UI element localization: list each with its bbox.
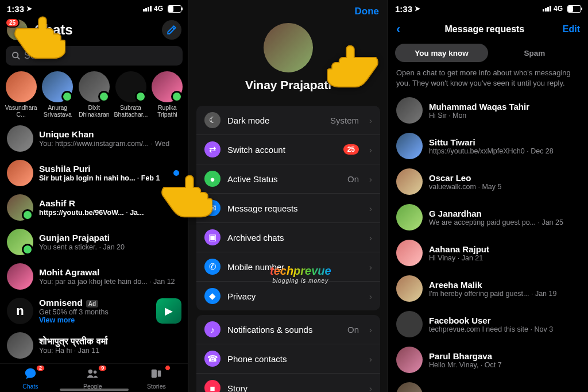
tab-bar: 2 Chats 9 People Stories [0,363,188,392]
back-button[interactable]: ‹ [396,22,407,37]
story-avatar [152,71,183,102]
online-dot [22,209,33,221]
segment-control[interactable]: You may know Spam [395,44,581,62]
profile-name: Vinay Prajapati [245,78,331,92]
tab-people[interactable]: 9 People [83,367,102,390]
online-dot [171,91,183,102]
svg-rect-3 [152,370,157,378]
request-row[interactable]: Aahana RajputHi Vinay · Jan 21 [388,235,588,271]
settings-row[interactable]: ●Active StatusOn› [196,164,380,194]
chat-avatar [7,263,33,290]
profile-avatar[interactable]: 25 [7,20,28,40]
chevron-right-icon: › [369,233,372,243]
settings-row-icon: ✆ [204,259,220,275]
request-row[interactable]: Facebook Usertechprevue.com I need this … [388,306,588,342]
chat-row[interactable]: nOmnisendAdGet 50% off 3 monthsView more… [0,294,188,328]
compose-button[interactable] [162,20,181,40]
settings-row[interactable]: ◆Privacy› [196,282,380,310]
request-row[interactable]: Parul BhargavaHello Mr. Vinay, · Oct 7 [388,342,588,378]
tab-stories[interactable]: Stories [147,367,166,390]
request-subtitle: Hi Vinay · Jan 21 [429,254,580,262]
story-item[interactable]: Rupika Tripathi [151,71,184,118]
story-avatar [79,71,110,102]
settings-label: Notifications & sounds [227,325,312,335]
ad-thumb[interactable]: ▶ [156,298,181,324]
story-item[interactable]: Vasundhara C... [5,71,38,118]
people-icon: 9 [85,367,100,382]
ad-viewmore[interactable]: View more [39,316,75,324]
request-name: G Janardhan [429,209,580,218]
chevron-right-icon: › [369,291,372,301]
request-avatar [396,382,423,392]
profile-block: Vinay Prajapati [188,17,388,101]
chevron-right-icon: › [369,145,372,155]
chat-row[interactable]: Mohit AgrawalYou: par aa jao khoj lete h… [0,259,188,294]
chats-header: 25 Chats [0,17,188,46]
request-row[interactable]: Sittu Tiwarihttps://youtu.be/xxMpfeXHch0… [388,128,588,164]
settings-row[interactable]: ✉Message requests› [196,194,380,223]
chat-name: Sushila Puri [39,164,168,174]
segment-you-may-know[interactable]: You may know [395,44,488,62]
settings-row-icon: ◆ [204,288,220,304]
chevron-right-icon: › [369,262,372,272]
settings-row[interactable]: ☾Dark modeSystem› [196,106,380,135]
story-avatar [42,71,73,102]
edit-button[interactable]: Edit [563,24,580,34]
request-subtitle: I'm hereby offering paid guest... · Jan … [429,290,580,298]
online-dot [22,244,33,255]
story-name: Anurag Srivastava [41,105,75,118]
chevron-right-icon: › [369,116,372,125]
watermark-bottom: blogging is money [270,278,331,284]
request-subtitle: Hello Mr. Vinay, · Oct 7 [429,361,580,369]
chat-avatar [7,125,33,152]
request-row[interactable]: Oscar Leovaluewalk.com · May 5 [388,164,588,199]
svg-point-1 [88,370,92,374]
request-row[interactable]: Vijay Sakkerwal [388,378,588,392]
request-avatar [396,133,423,159]
home-indicator[interactable] [60,389,129,391]
done-button[interactable]: Done [188,0,388,17]
story-item[interactable]: Dixit Dhinakaran [78,71,111,118]
request-subtitle: valuewalk.com · May 5 [429,183,580,191]
search-input[interactable]: Search [6,46,183,66]
request-row[interactable]: G JanardhanWe are accepting paid guest p… [388,199,588,235]
segment-spam[interactable]: Spam [488,44,581,62]
request-row[interactable]: Areeha MalikI'm hereby offering paid gue… [388,271,588,306]
chat-row[interactable]: Sushila PuriSir but jab login hi nahi ho… [0,156,188,190]
stories-strip[interactable]: Vasundhara C...Anurag SrivastavaDixit Dh… [0,71,188,121]
request-avatar [396,347,423,373]
request-list[interactable]: Muhammad Waqas TahirHi Sir · MonSittu Ti… [388,93,588,392]
settings-row[interactable]: ■Story› [196,374,380,392]
chat-name: Aashif R [39,198,181,209]
chat-row[interactable]: Unique KhanYou: https://www.instagram.co… [0,121,188,156]
story-item[interactable]: Anurag Srivastava [41,71,75,118]
online-dot [61,91,73,102]
signal-label: 4G [154,5,163,13]
chat-row[interactable]: Aashif Rhttps://youtu.be/96VoW... · Ja..… [0,190,188,225]
settings-row[interactable]: ♪Notifications & soundsOn› [196,315,380,344]
request-row[interactable]: Muhammad Waqas TahirHi Sir · Mon [388,93,588,128]
settings-label: Phone contacts [227,354,287,364]
chat-row[interactable]: Gunjan PrajapatiYou sent a sticker. · Ja… [0,225,188,259]
tab-stories-badge [165,365,171,371]
settings-row[interactable]: ▣Archived chats› [196,223,380,252]
tab-chats[interactable]: 2 Chats [22,367,38,390]
profile-avatar-big[interactable] [264,23,313,72]
request-avatar [396,97,423,124]
settings-row[interactable]: ☎Phone contacts› [196,344,380,374]
request-name: Oscar Leo [429,173,580,183]
phone-chats: 1:33 ➤ 4G 25 Chats Search Vasundhara C..… [0,0,188,392]
story-name: Rupika Tripathi [151,105,184,118]
settings-value: On [347,325,359,335]
settings-row-icon: ■ [204,380,220,392]
request-name: Areeha Malik [429,280,580,290]
chat-row[interactable]: शोभापुत्र प्रतीक वर्माYou: Ha hi · Jan 1… [0,328,188,363]
story-avatar [115,71,146,102]
nav-title: Message requests [411,24,558,34]
story-item[interactable]: Subrata Bhattachar... [114,71,148,118]
chat-list[interactable]: Unique KhanYou: https://www.instagram.co… [0,121,188,392]
chat-name: Unique Khan [39,129,181,140]
settings-row[interactable]: ⇄Switch account25› [196,135,380,164]
stories-icon [149,367,164,382]
request-name: Muhammad Waqas Tahir [429,102,580,112]
